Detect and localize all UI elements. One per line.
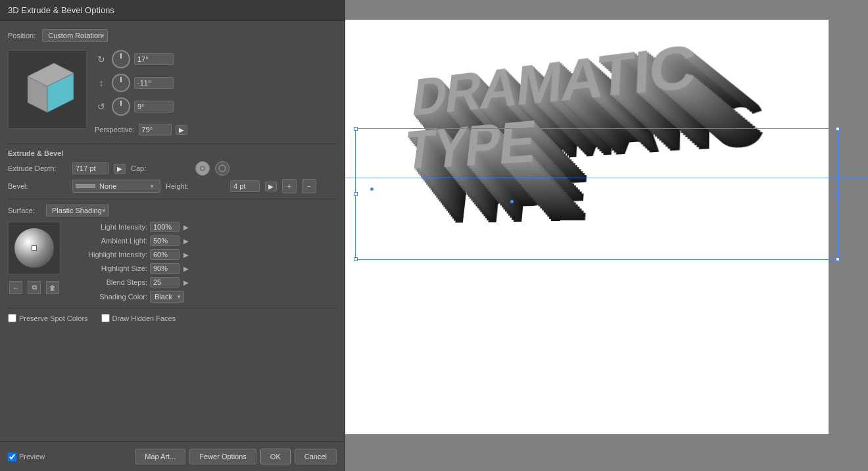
rotation-y-row: ↕ xyxy=(95,74,337,92)
highlight-intensity-arrow[interactable]: ▶ xyxy=(182,251,190,259)
extrude-depth-arrow[interactable]: ▶ xyxy=(114,164,126,174)
surface-select-wrap[interactable]: Plastic Shading Diffuse Shading No Shadi… xyxy=(46,205,109,216)
dialog-3d-extrude-bevel: 3D Extrude & Bevel Options Position: Cus… xyxy=(0,0,345,471)
handle-top-right[interactable] xyxy=(836,127,840,131)
preserve-spot-colors-text: Preserve Spot Colors xyxy=(19,314,88,322)
fewer-options-button[interactable]: Fewer Options xyxy=(189,449,256,464)
light-dot[interactable] xyxy=(32,245,37,251)
light-intensity-arrow[interactable]: ▶ xyxy=(182,224,190,231)
highlight-size-row: Highlight Size: ▶ xyxy=(68,263,337,274)
bevel-preview xyxy=(76,184,95,188)
preserve-spot-colors-label[interactable]: Preserve Spot Colors xyxy=(8,314,88,322)
rotation-y-input[interactable] xyxy=(134,77,174,89)
preview-rotation-section: ↻ ↕ ↺ Perspective: xyxy=(8,50,337,136)
preserve-spot-colors-checkbox[interactable] xyxy=(8,314,16,322)
rotate-y-icon: ↕ xyxy=(95,76,108,89)
blend-steps-label: Blend Steps: xyxy=(68,278,147,286)
perspective-label: Perspective: xyxy=(95,126,135,134)
handle-middle-right[interactable] xyxy=(834,191,840,197)
bevel-select-wrap[interactable]: None Classic Concave xyxy=(98,182,157,191)
highlight-intensity-label: Highlight Intensity: xyxy=(68,251,147,259)
surface-select[interactable]: Plastic Shading Diffuse Shading No Shadi… xyxy=(46,205,109,216)
cap-label: Cap: xyxy=(131,164,190,172)
position-select-wrap[interactable]: Custom Rotation Off-Axis Front Off-Axis … xyxy=(42,29,108,42)
divider-1 xyxy=(8,143,337,144)
svg-point-6 xyxy=(219,165,226,172)
dialog-footer: Preview Map Art... Fewer Options OK Canc… xyxy=(0,441,345,471)
preview-checkbox[interactable] xyxy=(8,453,16,461)
handle-bottom-right[interactable] xyxy=(836,257,840,261)
rotation-x-input[interactable] xyxy=(134,53,174,65)
cube-preview[interactable] xyxy=(8,50,87,129)
height-arrow[interactable]: ▶ xyxy=(265,182,277,191)
light-controls: ← ⧉ 🗑 xyxy=(9,281,59,294)
dial-x[interactable] xyxy=(112,50,130,68)
surface-row: Surface: Plastic Shading Diffuse Shading… xyxy=(8,205,337,216)
bevel-add-btn[interactable]: + xyxy=(282,179,297,193)
cancel-button[interactable]: Cancel xyxy=(295,449,337,464)
shading-color-select[interactable]: Black White Custom xyxy=(150,291,184,303)
cap-on-button[interactable] xyxy=(195,161,210,176)
dial-y[interactable] xyxy=(112,74,130,92)
height-label: Height: xyxy=(166,182,225,190)
light-add-btn[interactable]: ← xyxy=(9,281,22,294)
blend-steps-input[interactable] xyxy=(150,277,180,287)
handle-middle-left[interactable] xyxy=(354,192,358,196)
ambient-light-input[interactable] xyxy=(150,235,180,246)
perspective-input[interactable] xyxy=(139,124,172,136)
light-ball[interactable] xyxy=(14,228,54,268)
position-label: Position: xyxy=(8,32,36,39)
highlight-intensity-input[interactable] xyxy=(150,249,180,260)
position-row: Position: Custom Rotation Off-Axis Front… xyxy=(8,29,337,42)
map-art-button[interactable]: Map Art... xyxy=(135,449,185,464)
rotation-controls: ↻ ↕ ↺ Perspective: xyxy=(95,50,337,136)
cube-svg xyxy=(14,57,80,122)
dialog-body: Position: Custom Rotation Off-Axis Front… xyxy=(0,21,345,441)
divider-2 xyxy=(8,199,337,199)
ambient-light-arrow[interactable]: ▶ xyxy=(182,237,190,245)
blend-steps-row: Blend Steps: ▶ xyxy=(68,277,337,287)
blend-steps-arrow[interactable]: ▶ xyxy=(182,279,190,286)
extrude-bevel-section: Extrude & Bevel Extrude Depth: ▶ Cap: xyxy=(8,149,337,193)
bevel-label: Bevel: xyxy=(8,182,67,190)
dial-z[interactable] xyxy=(112,97,130,116)
preview-label: Preview xyxy=(19,453,45,460)
bevel-select[interactable]: None Classic Concave xyxy=(98,182,157,190)
extrude-depth-row: Extrude Depth: ▶ Cap: xyxy=(8,161,337,176)
height-input[interactable] xyxy=(230,180,260,192)
shading-color-select-wrap[interactable]: Black White Custom xyxy=(150,291,184,303)
cap-off-button[interactable] xyxy=(215,161,229,176)
rotation-z-input[interactable] xyxy=(134,101,174,112)
shading-color-row: Shading Color: Black White Custom xyxy=(68,291,337,303)
draw-hidden-faces-label[interactable]: Draw Hidden Faces xyxy=(101,314,176,322)
position-dropdown[interactable]: Custom Rotation Off-Axis Front Off-Axis … xyxy=(42,29,108,42)
light-intensity-input[interactable] xyxy=(150,222,180,232)
draw-hidden-faces-checkbox[interactable] xyxy=(101,314,110,322)
ambient-light-row: Ambient Light: ▶ xyxy=(68,235,337,246)
perspective-row: Perspective: ▶ xyxy=(95,124,337,136)
light-params: Light Intensity: ▶ Ambient Light: ▶ High… xyxy=(68,222,337,303)
extrude-bevel-header: Extrude & Bevel xyxy=(8,149,337,157)
light-dup-btn[interactable]: ⧉ xyxy=(28,281,41,294)
checkboxes-row: Preserve Spot Colors Draw Hidden Faces xyxy=(8,314,337,322)
handle-top-left[interactable] xyxy=(354,127,358,131)
handle-bottom-left[interactable] xyxy=(354,257,358,261)
extrude-depth-input[interactable] xyxy=(72,162,108,174)
bevel-remove-btn[interactable]: − xyxy=(302,179,316,193)
ok-button[interactable]: OK xyxy=(260,449,291,464)
cap-on-icon xyxy=(198,164,207,173)
perspective-arrow-btn[interactable]: ▶ xyxy=(176,125,187,135)
light-ball-container[interactable] xyxy=(8,222,60,274)
highlight-size-arrow[interactable]: ▶ xyxy=(182,265,190,272)
highlight-size-input[interactable] xyxy=(150,263,180,274)
highlight-intensity-row: Highlight Intensity: ▶ xyxy=(68,249,337,260)
light-del-btn[interactable]: 🗑 xyxy=(46,281,59,294)
rotation-z-row: ↺ xyxy=(95,97,337,116)
ambient-light-label: Ambient Light: xyxy=(68,237,147,245)
svg-point-5 xyxy=(201,167,204,170)
divider-3 xyxy=(8,308,337,309)
draw-hidden-faces-text: Draw Hidden Faces xyxy=(112,314,176,322)
center-point-1 xyxy=(370,187,374,191)
rotate-x-icon: ↻ xyxy=(95,53,108,66)
preview-checkbox-label[interactable]: Preview xyxy=(8,453,45,461)
